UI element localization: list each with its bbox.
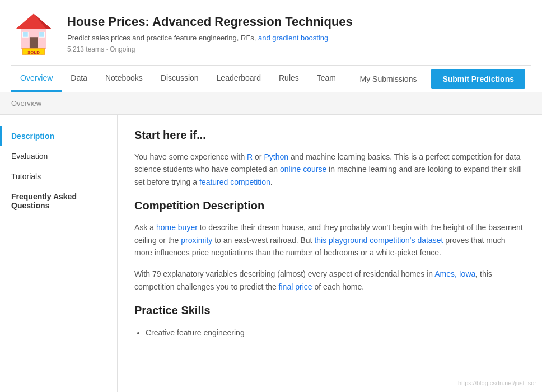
sidebar: Description Evaluation Tutorials Frequen… bbox=[0, 115, 118, 392]
link-featured[interactable]: featured competition bbox=[199, 178, 270, 186]
header-top: SOLD House Prices: Advanced Regression T… bbox=[11, 11, 531, 65]
content-area: Start here if... You have some experienc… bbox=[118, 115, 542, 392]
competition-title: House Prices: Advanced Regression Techni… bbox=[67, 15, 531, 29]
paragraph-competition-desc-1: Ask a home buyer to describe their dream… bbox=[134, 221, 525, 259]
tab-rules[interactable]: Rules bbox=[270, 66, 308, 92]
link-ames[interactable]: Ames, Iowa bbox=[434, 269, 475, 278]
competition-status: Ongoing bbox=[110, 45, 135, 53]
svg-rect-3 bbox=[30, 37, 38, 48]
watermark: https://blog.csdn.net/just_sor bbox=[458, 380, 536, 386]
paragraph-start-here: You have some experience with R or Pytho… bbox=[134, 151, 525, 188]
section-title-start-here: Start here if... bbox=[134, 129, 525, 142]
navigation-bar: Overview Data Notebooks Discussion Leade… bbox=[11, 65, 531, 92]
section-title-competition-desc: Competition Description bbox=[134, 199, 525, 212]
link-online-course[interactable]: online course bbox=[280, 165, 326, 174]
link-final-price[interactable]: final price bbox=[279, 282, 312, 291]
sidebar-item-description[interactable]: Description bbox=[0, 126, 117, 146]
tab-discussion[interactable]: Discussion bbox=[152, 66, 208, 92]
svg-text:SOLD: SOLD bbox=[27, 50, 40, 55]
tab-data[interactable]: Data bbox=[62, 66, 96, 92]
submit-predictions-button[interactable]: Submit Predictions bbox=[431, 69, 525, 89]
tab-leaderboard[interactable]: Leaderboard bbox=[208, 66, 270, 92]
svg-rect-4 bbox=[22, 32, 28, 37]
sidebar-item-evaluation[interactable]: Evaluation bbox=[0, 146, 117, 166]
tab-team[interactable]: Team bbox=[308, 66, 345, 92]
link-r[interactable]: R bbox=[247, 152, 253, 161]
tab-overview[interactable]: Overview bbox=[11, 66, 62, 92]
svg-rect-5 bbox=[39, 32, 45, 37]
practice-skill-item: Creative feature engineering bbox=[146, 326, 525, 340]
breadcrumb: Overview bbox=[0, 92, 542, 115]
practice-skill-text: Creative feature engineering bbox=[146, 328, 245, 337]
desc-text-prefix: Predict sales prices and practice featur… bbox=[67, 34, 258, 42]
main-content: Description Evaluation Tutorials Frequen… bbox=[0, 115, 542, 392]
competition-logo: SOLD bbox=[11, 11, 56, 56]
sidebar-item-tutorials[interactable]: Tutorials bbox=[0, 166, 117, 186]
link-playground[interactable]: this playground competition's dataset bbox=[314, 236, 443, 245]
nav-right: My Submissions Submit Predictions bbox=[351, 67, 531, 91]
link-home-buyer[interactable]: home buyer bbox=[156, 223, 198, 232]
practice-skills-list: Creative feature engineering bbox=[146, 326, 525, 340]
link-proximity[interactable]: proximity bbox=[181, 236, 212, 245]
meta-separator: · bbox=[104, 45, 110, 53]
sidebar-item-faq[interactable]: Frequently Asked Questions bbox=[0, 186, 117, 216]
section-title-practice-skills: Practice Skills bbox=[134, 304, 525, 317]
teams-count: 5,213 teams bbox=[67, 45, 104, 53]
desc-link: and gradient boosting bbox=[258, 34, 328, 42]
link-python[interactable]: Python bbox=[264, 152, 288, 161]
paragraph-competition-desc-2: With 79 explanatory variables describing… bbox=[134, 268, 525, 293]
nav-tabs: Overview Data Notebooks Discussion Leade… bbox=[11, 66, 351, 92]
competition-info: House Prices: Advanced Regression Techni… bbox=[67, 15, 531, 53]
tab-notebooks[interactable]: Notebooks bbox=[96, 66, 152, 92]
competition-meta: 5,213 teams · Ongoing bbox=[67, 45, 531, 53]
page-header: SOLD House Prices: Advanced Regression T… bbox=[0, 0, 542, 92]
breadcrumb-text: Overview bbox=[11, 99, 41, 108]
my-submissions-link[interactable]: My Submissions bbox=[351, 67, 426, 91]
competition-description: Predict sales prices and practice featur… bbox=[67, 34, 531, 42]
